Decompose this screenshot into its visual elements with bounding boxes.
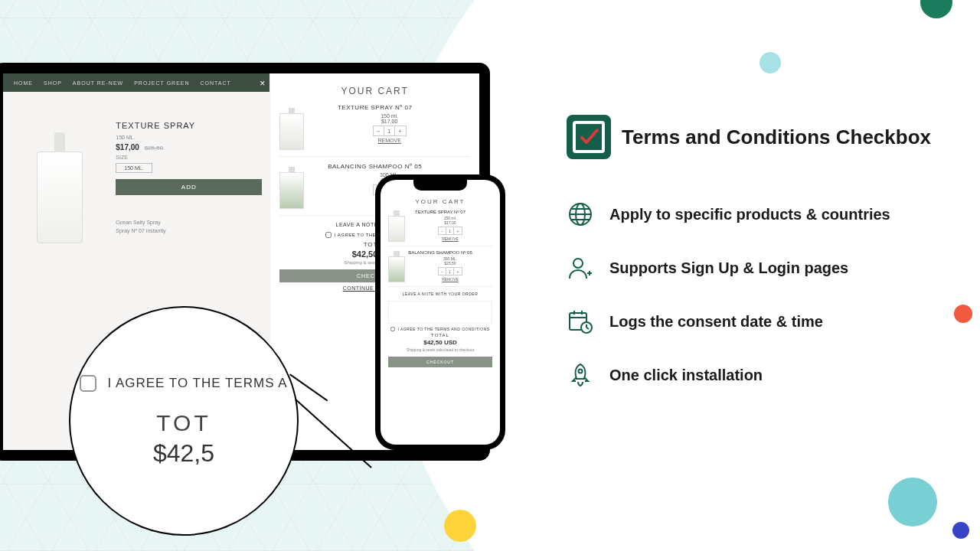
cart-item-name: TEXTURE SPRAY Nº 07 bbox=[279, 104, 470, 111]
total-label: TOTAL bbox=[388, 333, 492, 337]
product-image-column bbox=[11, 106, 108, 243]
cart-item: TEXTURE SPRAY Nº 07 150 ml. $17,00 −1+ R… bbox=[388, 210, 492, 246]
user-plus-icon bbox=[567, 254, 594, 282]
app-title-row: Terms and Conditions Checkbox bbox=[567, 115, 949, 159]
nav-link[interactable]: HOME bbox=[14, 80, 33, 86]
cart-title: YOUR CART bbox=[388, 198, 492, 205]
app-logo-icon bbox=[567, 115, 611, 159]
cart-item-name: TEXTURE SPRAY Nº 07 bbox=[388, 210, 492, 214]
decorative-dot bbox=[952, 522, 969, 539]
decorative-dot bbox=[888, 478, 937, 527]
shipping-note: Shipping & taxes calculated at checkout bbox=[388, 347, 492, 352]
cart-item: TEXTURE SPRAY Nº 07 150 ml. $17,00 −1+ R… bbox=[279, 104, 470, 157]
cart-item-image bbox=[279, 113, 304, 150]
feature-row: Logs the consent date & time bbox=[567, 308, 949, 335]
cart-item: BALANCING SHAMPOO Nº 05 300 ML. $25,50 −… bbox=[388, 250, 492, 287]
cart-title: YOUR CART bbox=[279, 86, 470, 96]
phone-screen: YOUR CART TEXTURE SPRAY Nº 07 150 ml. $1… bbox=[381, 180, 500, 445]
svg-point-15 bbox=[579, 370, 583, 373]
nav-link[interactable]: CONTACT bbox=[201, 80, 231, 86]
app-title: Terms and Conditions Checkbox bbox=[622, 126, 931, 149]
phone-mockup: YOUR CART TEXTURE SPRAY Nº 07 150 ml. $1… bbox=[375, 174, 505, 450]
checkout-button[interactable]: CHECKOUT bbox=[388, 357, 492, 367]
size-label: SIZE bbox=[116, 155, 262, 160]
quantity-stepper[interactable]: −1+ bbox=[373, 126, 407, 136]
decorative-dot bbox=[954, 305, 972, 323]
magnifier-zoom: I AGREE TO THE TERMS A TOT $42,5 bbox=[69, 306, 299, 536]
cart-item-image bbox=[279, 172, 304, 209]
feature-row: Apply to specific products & countries bbox=[567, 201, 949, 228]
feature-label: Apply to specific products & countries bbox=[609, 206, 890, 223]
product-image bbox=[37, 152, 83, 243]
cart-item-name: BALANCING SHAMPOO Nº 05 bbox=[279, 163, 470, 170]
close-icon[interactable]: × bbox=[260, 78, 265, 89]
cart-item-size: 150 ml. bbox=[309, 113, 470, 119]
total-value-zoomed: $42,5 bbox=[153, 439, 214, 468]
total-label-zoomed: TOT bbox=[156, 410, 211, 436]
svg-point-5 bbox=[573, 259, 583, 268]
cart-item-price: $17,00 bbox=[309, 119, 470, 124]
terms-checkbox[interactable] bbox=[390, 327, 395, 331]
nav-link[interactable]: ABOUT RE-NEW bbox=[73, 80, 123, 86]
quantity-stepper[interactable]: −1+ bbox=[438, 267, 462, 276]
product-name: TEXTURE SPRAY bbox=[116, 121, 262, 130]
note-textarea[interactable] bbox=[388, 301, 492, 324]
feature-label: Supports Sign Up & Login pages bbox=[609, 259, 848, 277]
feature-row: Supports Sign Up & Login pages bbox=[567, 254, 949, 282]
add-to-cart-button[interactable]: ADD bbox=[116, 179, 262, 195]
feature-label: Logs the consent date & time bbox=[609, 313, 823, 331]
site-nav: HOME SHOP ABOUT RE-NEW PROJECT GREEN CON… bbox=[3, 73, 270, 92]
rocket-icon bbox=[567, 361, 594, 389]
terms-label: I AGREE TO THE TERMS AND CONDITIONS bbox=[397, 327, 489, 331]
quantity-stepper[interactable]: −1+ bbox=[438, 227, 462, 235]
remove-link[interactable]: REMOVE bbox=[408, 277, 492, 282]
product-description: Spray Nº 07 instantly bbox=[116, 228, 262, 233]
nav-link[interactable]: PROJECT GREEN bbox=[134, 80, 189, 86]
order-note-label: LEAVE A NOTE WITH YOUR ORDER bbox=[388, 292, 492, 296]
terms-label-zoomed: I AGREE TO THE TERMS A bbox=[107, 376, 287, 391]
cart-item-name: BALANCING SHAMPOO Nº 05 bbox=[388, 250, 492, 255]
product-details: TEXTURE SPRAY 150 ML. $17,00 $25,50 SIZE… bbox=[116, 106, 262, 243]
marketing-panel: Terms and Conditions Checkbox Apply to s… bbox=[567, 115, 949, 415]
feature-label: One click installation bbox=[609, 367, 763, 384]
nav-link[interactable]: SHOP bbox=[44, 80, 62, 86]
globe-icon bbox=[567, 201, 594, 228]
cart-item-image bbox=[388, 256, 405, 282]
remove-link[interactable]: REMOVE bbox=[309, 138, 470, 143]
product-subtitle: Ocean Salty Spray bbox=[116, 220, 262, 225]
terms-checkbox[interactable] bbox=[325, 232, 332, 238]
product-price: $17,00 $25,50 bbox=[116, 143, 262, 152]
decorative-dot bbox=[444, 510, 476, 542]
decorative-dot bbox=[760, 52, 781, 73]
total-value: $42,50 USD bbox=[388, 339, 492, 346]
size-option[interactable]: 150 ML. bbox=[116, 163, 152, 173]
remove-link[interactable]: REMOVE bbox=[408, 236, 492, 241]
cart-item-price: $25,50 bbox=[408, 261, 492, 266]
phone-notch bbox=[413, 180, 467, 191]
cart-item-price: $17,00 bbox=[408, 220, 492, 225]
terms-checkbox-zoomed[interactable] bbox=[80, 375, 96, 392]
cart-item-image bbox=[388, 216, 405, 242]
product-size: 150 ML. bbox=[116, 135, 262, 140]
calendar-clock-icon bbox=[567, 308, 594, 335]
feature-row: One click installation bbox=[567, 361, 949, 389]
terms-agree-row[interactable]: I AGREE TO THE TERMS AND CONDITIONS bbox=[388, 327, 492, 331]
